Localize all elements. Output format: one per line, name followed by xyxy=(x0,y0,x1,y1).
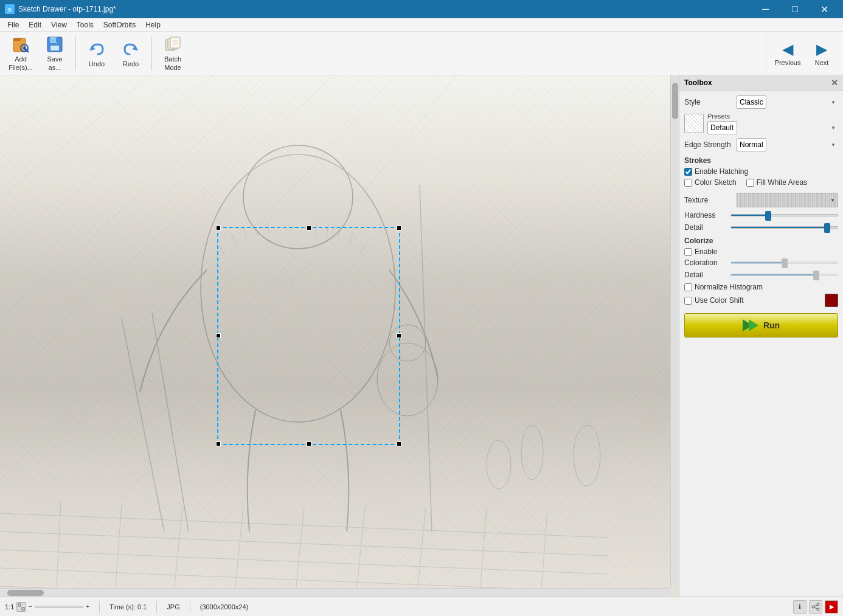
zoom-slider[interactable] xyxy=(35,606,83,608)
batch-mode-button[interactable]: Batch Mode xyxy=(157,34,189,73)
svg-line-59 xyxy=(477,507,487,597)
enable-hatching-label[interactable]: Enable Hatching xyxy=(695,167,748,176)
menu-tools[interactable]: Tools xyxy=(72,19,99,30)
sketch-canvas xyxy=(0,75,679,597)
color-sketch-checkbox[interactable] xyxy=(684,179,692,187)
hardness-thumb[interactable] xyxy=(765,211,771,221)
dimensions-label: (3000x2000x24) xyxy=(200,603,249,611)
share-button[interactable] xyxy=(809,600,822,614)
menu-file[interactable]: File xyxy=(2,19,24,30)
colorize-detail-slider[interactable] xyxy=(730,274,838,276)
edge-strength-select[interactable]: Normal xyxy=(737,138,766,151)
toolbox-panel: Toolbox ✕ Style Classic Presets xyxy=(679,75,843,597)
run-button[interactable]: Run xyxy=(684,313,838,337)
texture-row: Texture xyxy=(684,193,838,207)
next-button[interactable]: ▶ Next xyxy=(805,34,838,73)
maximize-button[interactable]: □ xyxy=(781,0,809,18)
color-sketch-row: Color Sketch xyxy=(684,178,737,187)
toolbox-close-button[interactable]: ✕ xyxy=(831,78,838,88)
previous-button[interactable]: ◀ Previous xyxy=(771,34,804,73)
add-files-button[interactable]: Add File(s)... xyxy=(5,34,36,73)
svg-line-49 xyxy=(0,550,608,574)
enable-colorize-label[interactable]: Enable xyxy=(695,247,717,256)
canvas-area[interactable] xyxy=(0,75,679,597)
fill-white-row: Fill White Areas xyxy=(746,178,807,187)
texture-label: Texture xyxy=(684,196,733,204)
window-controls: ─ □ ✕ xyxy=(752,0,838,18)
svg-point-38 xyxy=(521,425,543,480)
undo-button[interactable]: Undo xyxy=(81,34,113,73)
svg-rect-62 xyxy=(22,607,24,610)
menu-view[interactable]: View xyxy=(46,19,72,30)
minimize-button[interactable]: ─ xyxy=(752,0,780,18)
presets-select-wrap: Default xyxy=(707,121,838,134)
edge-strength-row: Edge Strength Normal xyxy=(684,138,838,151)
info-button[interactable]: ℹ xyxy=(793,600,807,614)
svg-text:S: S xyxy=(8,7,12,13)
run-arrow-icon-2 xyxy=(749,319,758,331)
fill-white-areas-checkbox[interactable] xyxy=(746,179,754,187)
zoom-area: 1:1 − + xyxy=(5,602,89,612)
next-icon: ▶ xyxy=(816,41,827,58)
youtube-button[interactable]: ▶ xyxy=(825,600,838,614)
menu-help[interactable]: Help xyxy=(140,19,165,30)
color-shift-swatch[interactable] xyxy=(825,294,838,307)
toolbar-separator-2 xyxy=(151,36,152,71)
main-area: Toolbox ✕ Style Classic Presets xyxy=(0,75,843,597)
svg-line-56 xyxy=(292,507,304,597)
svg-line-66 xyxy=(814,605,817,606)
detail-slider[interactable] xyxy=(730,226,838,229)
detail-label: Detail xyxy=(684,223,727,232)
svg-rect-11 xyxy=(56,38,58,42)
normalize-histogram-row: Normalize Histogram xyxy=(684,283,838,291)
svg-line-47 xyxy=(0,513,608,538)
toolbar-separator-1 xyxy=(75,36,76,71)
close-button[interactable]: ✕ xyxy=(810,0,838,18)
window-title: Sketch Drawer - otp-1711.jpg* xyxy=(18,5,116,13)
menu-softorbits[interactable]: SoftOrbits xyxy=(99,19,140,30)
status-right-area: ℹ ▶ xyxy=(793,600,838,614)
zoom-fit-button[interactable] xyxy=(16,602,26,612)
color-sketch-label[interactable]: Color Sketch xyxy=(695,178,737,187)
save-icon xyxy=(45,35,64,54)
hardness-row: Hardness xyxy=(684,211,838,220)
svg-line-42 xyxy=(0,75,213,258)
svg-line-41 xyxy=(0,75,152,197)
zoom-minus-icon: − xyxy=(29,603,32,610)
texture-preview[interactable] xyxy=(737,193,838,207)
normalize-histogram-checkbox[interactable] xyxy=(684,283,692,291)
menu-edit[interactable]: Edit xyxy=(24,19,46,30)
detail-thumb[interactable] xyxy=(824,223,830,233)
time-label: Time (s): 0.1 xyxy=(109,603,147,611)
save-as-button[interactable]: Save as... xyxy=(39,34,71,73)
coloration-slider[interactable] xyxy=(730,261,838,264)
use-color-shift-checkbox[interactable] xyxy=(684,297,692,305)
colorize-detail-label: Detail xyxy=(684,271,727,279)
v-scrollbar-thumb[interactable] xyxy=(672,83,678,119)
fill-white-areas-label[interactable]: Fill White Areas xyxy=(757,178,807,187)
style-row: Style Classic xyxy=(684,95,838,109)
vertical-scrollbar[interactable] xyxy=(670,75,679,588)
horizontal-scrollbar[interactable] xyxy=(0,588,670,597)
colorize-section-label: Colorize xyxy=(684,237,838,245)
hardness-slider[interactable] xyxy=(730,214,838,216)
svg-point-36 xyxy=(389,325,426,361)
color-sketch-fill-row: Color Sketch Fill White Areas xyxy=(684,178,838,189)
presets-select[interactable]: Default xyxy=(707,121,737,134)
menu-bar: File Edit View Tools SoftOrbits Help xyxy=(0,18,843,32)
enable-colorize-checkbox[interactable] xyxy=(684,248,692,256)
redo-button[interactable]: Redo xyxy=(115,34,147,73)
svg-line-67 xyxy=(814,607,817,609)
sketch-lines xyxy=(0,75,679,597)
svg-point-39 xyxy=(574,425,600,486)
style-select[interactable]: Classic xyxy=(737,95,766,109)
h-scrollbar-thumb[interactable] xyxy=(7,590,44,596)
batch-icon xyxy=(163,35,182,54)
toolbox-title: Toolbox xyxy=(684,78,712,87)
enable-hatching-checkbox[interactable] xyxy=(684,168,692,176)
normalize-histogram-label[interactable]: Normalize Histogram xyxy=(695,283,763,291)
use-color-shift-label[interactable]: Use Color Shift xyxy=(695,296,744,305)
status-icons: ℹ ▶ xyxy=(793,600,838,614)
coloration-row: Coloration xyxy=(684,258,838,267)
toolbox-content: Style Classic Presets Default xyxy=(679,91,843,342)
